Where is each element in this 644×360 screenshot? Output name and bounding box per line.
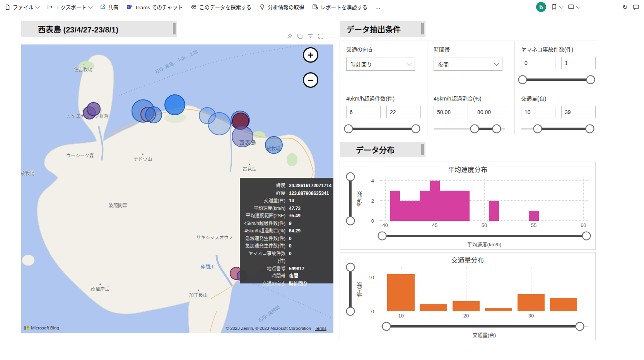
visual-more-options-icon[interactable]: … [328,34,335,38]
histogram-bar[interactable] [518,294,545,311]
slider-selection[interactable] [386,325,580,328]
histogram-bar[interactable] [550,298,577,311]
histogram-bar[interactable] [485,308,512,311]
focus-mode-icon[interactable] [318,33,324,39]
map-bubble[interactable] [208,112,231,135]
update-badge-icon[interactable]: b [536,2,546,12]
menu-export[interactable]: エクスポート [47,3,92,11]
menu-explore-data[interactable]: このデータを探索する [191,3,251,11]
map-bubble[interactable] [265,136,283,154]
slider-handle-min[interactable] [346,307,355,316]
chevron-down-icon [559,4,563,9]
slider-handle-max[interactable] [411,125,420,133]
tooltip-value: 夜間 [289,273,330,280]
slider-handle-min[interactable] [518,75,527,84]
histogram-bar[interactable] [420,304,448,311]
title-scrollbar[interactable] [173,23,176,34]
x-tick-label: 10 [398,313,404,319]
lightbulb-icon [259,4,265,10]
range-slider [346,124,418,133]
tooltip-value: 0 [289,250,330,265]
range-max-input[interactable] [474,106,508,118]
menu-share[interactable]: 共有 [100,3,119,11]
bing-label: Microsoft Bing [31,326,59,330]
filter-icon[interactable] [307,33,313,39]
badge-glyph: b [539,4,543,10]
histogram-bar[interactable] [420,191,430,221]
menu-get-insights[interactable]: 分析情報の取得 [259,3,304,11]
tooltip-value: 0 [289,242,330,250]
slider-handle-min[interactable] [382,322,391,331]
slider-handle-min[interactable] [533,125,542,133]
slider-handle-max[interactable] [582,232,591,241]
slider-handle-max[interactable] [346,263,355,272]
range-min-input[interactable] [346,106,381,118]
histogram-bar[interactable] [430,181,440,221]
range-min-input[interactable] [521,57,555,69]
slider-selection[interactable] [349,267,352,311]
slider-handle-max[interactable] [586,75,595,84]
pin-icon[interactable] [287,33,292,39]
tooltip-value: 64.29 [289,227,330,235]
view-button[interactable] [568,4,580,10]
chevron-down-icon [494,61,499,66]
menu-file[interactable]: ファイル [5,3,39,11]
range-min-input[interactable] [434,106,468,118]
slider-handle-max[interactable] [492,125,501,133]
slider-selection[interactable] [523,78,591,81]
title-scrollbar[interactable] [421,23,424,34]
map-bubble[interactable] [145,106,162,123]
tooltip-value: 14 [289,197,330,205]
slider-handle-min[interactable] [346,217,355,225]
bing-map[interactable]: 住吉牧場ヤエヤマヤシ群落ウーシーク森放牧場テドウ山古見岳西表島放牧場波照間森サキ… [21,44,333,333]
slider-handle-min[interactable] [344,125,353,133]
range-min-input[interactable] [521,106,555,118]
map-zoom-out-button[interactable]: − [303,72,318,88]
slider-selection[interactable] [348,128,416,130]
map-bubble[interactable] [87,102,101,116]
menu-teams-chat[interactable]: T Teams でのチャット [126,3,183,11]
histogram-bar[interactable] [489,201,499,221]
timeband-dropdown[interactable]: 夜間 [434,58,502,71]
histogram-bar[interactable] [390,191,400,221]
histogram-bar[interactable] [529,211,539,221]
direction-dropdown[interactable]: 時計回り [346,58,415,71]
range-max-input[interactable] [561,106,596,118]
range-max-input[interactable] [386,106,421,118]
map-label: テドウ山 [133,153,152,162]
distribution-title-box: データ分布 [340,142,425,157]
slider-handle-min[interactable] [378,232,387,241]
histogram-bar[interactable] [400,201,410,221]
range-slider [521,124,593,133]
map-bubble[interactable] [232,126,253,147]
tooltip-label: 交通の向き [242,280,289,288]
histogram-bar[interactable] [453,301,480,311]
title-scrollbar[interactable] [421,144,424,155]
slider-handle-max[interactable] [346,172,355,181]
map-bubble[interactable] [164,94,185,115]
histogram-bar[interactable] [387,274,415,311]
histogram-bar[interactable] [440,191,450,221]
report-window: ファイル エクスポート 共有 T Teams でのチャット こ [0,0,644,360]
slider-selection[interactable] [382,235,586,237]
slider-handle-max[interactable] [576,322,584,331]
x-axis-range-slider [380,322,588,331]
menu-subscribe-report[interactable]: レポートを購読する [312,3,368,11]
y-tick-label: 10 [369,275,374,280]
slider-handle-max[interactable] [585,125,594,133]
copy-icon[interactable] [297,33,303,39]
comments-icon[interactable] [633,4,639,10]
y-axis-label: 地点数 [356,177,364,221]
refresh-icon[interactable]: ↻ [622,3,628,11]
range-max-input[interactable] [561,57,596,69]
menu-more-options[interactable]: … [375,4,381,10]
slider-selection[interactable] [538,128,590,130]
bookmarks-button[interactable] [551,4,563,10]
slider-selection[interactable] [349,177,352,221]
histogram-bar[interactable] [460,191,470,221]
map-zoom-in-button[interactable]: + [303,47,318,63]
histogram-bar[interactable] [449,191,460,221]
histogram-bar[interactable] [410,201,420,221]
terms-link[interactable]: Terms [315,326,326,331]
slider-handle-min[interactable] [470,125,479,133]
